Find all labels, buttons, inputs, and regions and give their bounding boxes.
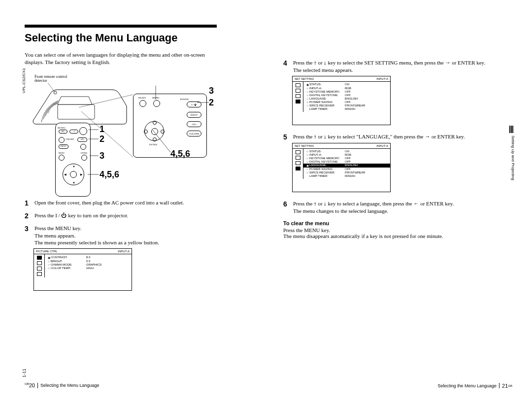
callout-remote-2: 2 — [100, 134, 104, 144]
page-right: Setting Up and Projecting 4 Press the or… — [283, 25, 512, 388]
callout-panel-456: 4,5,6 — [170, 149, 190, 159]
enter-label-remote: ENTER — [81, 152, 87, 154]
arrow-left-icon — [413, 200, 419, 207]
step-3: 3 Press the MENU key. The menu appears. … — [25, 225, 254, 247]
input-button-icon: INPUT — [187, 112, 201, 118]
osd-row: ○SIRCS RECEIVER:FRONT&REAR — [303, 104, 390, 107]
clear-menu-heading: To clear the menu — [283, 220, 512, 226]
step-text: Press the — [34, 212, 55, 218]
menu-remote-icon — [59, 155, 65, 161]
vol-minus-icon: – — [80, 144, 86, 150]
osd-row: ○COLOR TEMP:HIGH — [45, 266, 132, 270]
step-text: or ENTER key. — [419, 201, 454, 206]
enter-remote-icon — [81, 155, 87, 161]
osd-row: ○KEYSTONE MEMORY:OFF — [303, 90, 390, 94]
page-sup: GB — [508, 384, 512, 387]
step-text: key to select the SET SETTING menu, then… — [327, 60, 445, 66]
osd-row: ○BRIGHT:5 0 — [45, 259, 132, 263]
step-body: Open the front cover, then plug the AC p… — [34, 199, 254, 207]
osd-row: LAMP TIMER:00010H — [303, 174, 390, 178]
control-panel-illustration: RESET MENU POWER I / ⏻ INPUT APA VOLUME … — [133, 94, 207, 158]
svg-rect-13 — [511, 126, 512, 133]
power-label: POWER — [180, 98, 189, 101]
step-text: Press the — [293, 201, 314, 206]
footer-text: Selecting the Menu Language — [37, 383, 100, 388]
step-body: Press the or key to select the SET SETTI… — [293, 59, 512, 74]
step-text: key to select "LANGUAGE," then press the — [327, 134, 425, 139]
osd-set-setting-1: SET SETTING INPUT-A ◉STATUS:ON○INPUT-A:R… — [292, 76, 391, 125]
arrow-down-icon — [324, 133, 327, 140]
step-text: Press the — [293, 134, 314, 139]
osd-row: ◉CONTRAST:8 0 — [45, 255, 132, 259]
internal-page-vertical: 1-11 — [22, 369, 27, 377]
power-button-icon: I / ⏻ — [187, 102, 201, 107]
osd-row: ○INPUT-A:RGB — [303, 87, 390, 90]
osd-row: ○DIGITAL KEYSTONE:OFF — [303, 94, 390, 97]
osd-row: ◉STATUS:ON — [303, 83, 390, 87]
step-6: 6 Press the or key to select a language,… — [283, 200, 512, 215]
osd-picture-ctrl: PICTURE CTRL INPUT-A ◉CONTRAST:8 0○BRIGH… — [33, 248, 132, 291]
footer-text: Selecting the Menu Language — [437, 383, 497, 388]
step-text: The selected menu appears. — [293, 67, 353, 73]
volume-label-remote: VOLUME — [66, 138, 74, 140]
step-number: 3 — [25, 225, 32, 247]
reset-label: RESET — [138, 97, 146, 99]
step-text: key to select a language, then press the — [327, 201, 414, 206]
menu-button-panel-icon — [153, 100, 160, 107]
step-body: Press the MENU key. The menu appears. Th… — [34, 225, 254, 247]
osd-input: INPUT-A — [376, 144, 388, 147]
svg-line-2 — [48, 83, 55, 93]
page-title: Selecting the Menu Language — [25, 32, 254, 44]
svg-rect-0 — [58, 104, 95, 119]
osd-row: ○INPUT-A:RGB — [303, 153, 390, 157]
section-tab-label: Setting Up and Projecting — [511, 136, 515, 180]
osd-row: ○LANGUAGE:ENGLISH — [303, 97, 390, 101]
power-remote-icon — [79, 127, 87, 135]
step-text: key to turn on the projector. — [66, 212, 128, 218]
page-sup: GB — [25, 382, 29, 385]
step-number: 2 — [25, 212, 32, 220]
step-number: 5 — [283, 133, 290, 141]
remote-illustration: MUTING PIC ◁ + VOLUME APA INPUT – MENU E… — [55, 123, 91, 197]
footer-left: GB20 Selecting the Menu Language — [25, 382, 100, 388]
step-text: Press the MENU key. — [34, 225, 81, 231]
footer-right: Selecting the Menu Language 21GB — [437, 383, 512, 388]
vol-plus-icon: + — [59, 137, 65, 143]
osd-row: ○SIRCS RECEIVER:FRONT&REAR — [303, 171, 390, 174]
input-remote-icon: INPUT — [59, 144, 68, 149]
arrow-up-icon — [314, 59, 317, 67]
enter-label: ENTER — [149, 143, 157, 146]
step-text: The menu appears. — [34, 233, 75, 238]
osd-row: ○DIGITAL KEYSTONE:OFF — [303, 160, 390, 164]
osd-row: LAMP TIMER:00010H — [303, 107, 390, 111]
menu-label: MENU — [152, 97, 160, 99]
arrow-right-icon — [425, 133, 430, 140]
step-text: or ENTER key. — [430, 134, 465, 139]
osd-title: PICTURE CTRL — [36, 250, 58, 253]
callout-panel-2: 2 — [209, 98, 214, 108]
step-1: 1 Open the front cover, then plug the AC… — [25, 199, 254, 207]
step-number: 4 — [283, 59, 290, 74]
osd-row: ◉LANGUAGE:ENGLISH — [303, 164, 390, 168]
menu-label-remote: MENU — [59, 152, 65, 154]
arrow-up-icon — [314, 133, 317, 140]
osd-icon-column — [34, 254, 45, 277]
apa-button-icon: APA — [187, 121, 201, 127]
arrow-down-icon — [324, 200, 327, 207]
osd-row: ○STATUS:ON — [303, 150, 390, 153]
title-rule — [25, 25, 217, 28]
clear-menu-line1: Press the MENU key. — [283, 227, 512, 233]
remote-projector-diagram: Front remote control detector — [25, 71, 212, 194]
step-body: Press the or key to select "LANGUAGE," t… — [293, 133, 512, 141]
step-body: Press the or key to select a language, t… — [293, 200, 512, 215]
svg-rect-14 — [512, 126, 513, 133]
callout-remote-1: 1 — [100, 124, 104, 135]
page-number: 21 — [502, 383, 508, 389]
svg-rect-12 — [509, 126, 510, 133]
osd-row: ○GAMMA MODE:GRAPHICS — [45, 263, 132, 266]
intro-text: You can select one of seven languages fo… — [25, 51, 217, 66]
osd-title: SET SETTING — [295, 144, 314, 147]
dpad-panel-icon — [144, 121, 164, 141]
osd-icon-column — [293, 82, 303, 112]
step-number: 6 — [283, 200, 290, 215]
